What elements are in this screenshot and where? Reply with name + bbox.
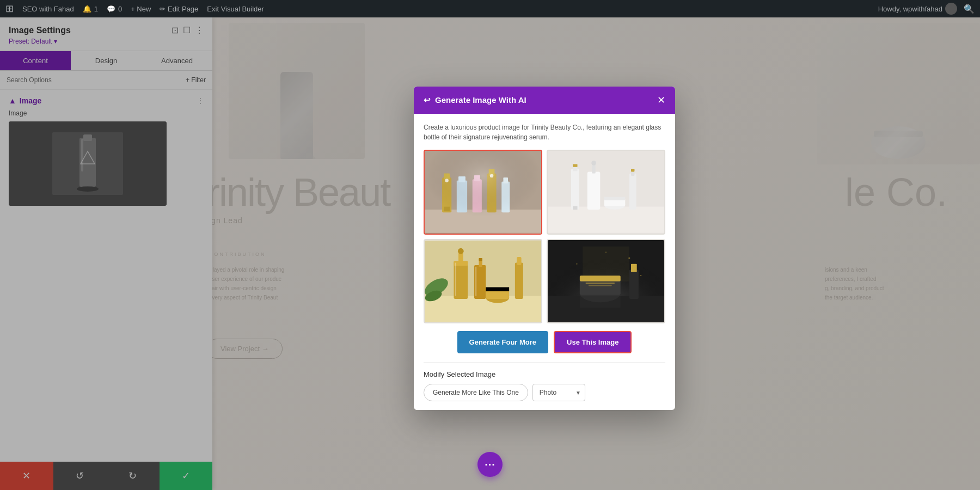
modify-section-label: Modify Selected Image xyxy=(424,370,665,378)
generated-image-2[interactable] xyxy=(547,150,665,235)
svg-rect-37 xyxy=(631,169,634,171)
svg-rect-66 xyxy=(580,296,621,307)
svg-rect-28 xyxy=(587,171,601,210)
svg-point-44 xyxy=(458,248,464,254)
modify-controls: Generate More Like This One Photo Illust… xyxy=(424,384,665,401)
fab-button[interactable]: ··· xyxy=(477,452,503,477)
edit-page-button[interactable]: ✏ Edit Page xyxy=(160,5,198,13)
modal-overlay: ↩ Generate Image With AI ✕ Create a luxu… xyxy=(0,17,980,490)
modal-actions: Generate Four More Use This Image xyxy=(424,331,665,353)
svg-rect-33 xyxy=(604,197,626,200)
new-post-button[interactable]: + New xyxy=(131,5,151,13)
svg-rect-65 xyxy=(631,264,637,272)
svg-rect-62 xyxy=(586,282,615,283)
svg-rect-52 xyxy=(515,262,523,298)
svg-rect-63 xyxy=(589,285,612,286)
comments[interactable]: 💬 0 xyxy=(107,5,122,13)
svg-rect-29 xyxy=(592,164,595,173)
notifications[interactable]: 🔔 1 xyxy=(83,5,98,13)
search-icon[interactable]: 🔍 xyxy=(964,4,975,14)
howdy-greeting: Howdy, wpwithfahad xyxy=(878,3,957,15)
svg-rect-25 xyxy=(571,169,579,210)
avatar-icon xyxy=(945,3,957,15)
admin-bar: ⊞ SEO with Fahad 🔔 1 💬 0 + New ✏ Edit Pa… xyxy=(0,0,980,17)
generate-more-like-button[interactable]: Generate More Like This One xyxy=(424,384,528,401)
svg-rect-51 xyxy=(486,287,509,291)
back-arrow-icon[interactable]: ↩ xyxy=(424,95,431,105)
modal-title-area: ↩ Generate Image With AI xyxy=(424,95,526,105)
svg-rect-67 xyxy=(583,246,629,281)
svg-rect-53 xyxy=(517,256,522,265)
modify-section: Modify Selected Image Generate More Like… xyxy=(424,362,665,401)
modal-header: ↩ Generate Image With AI ✕ xyxy=(414,87,675,114)
svg-point-69 xyxy=(628,257,630,259)
modal-description: Create a luxurious product image for Tri… xyxy=(424,122,665,142)
svg-point-30 xyxy=(591,161,596,166)
fab-icon: ··· xyxy=(485,458,495,471)
svg-rect-39 xyxy=(425,296,541,322)
generated-image-1[interactable] xyxy=(424,150,542,235)
wp-logo-icon[interactable]: ⊞ xyxy=(5,3,14,15)
svg-rect-64 xyxy=(629,270,639,298)
svg-point-68 xyxy=(576,263,577,264)
exit-builder-button[interactable]: Exit Visual Builder xyxy=(207,5,264,13)
svg-point-71 xyxy=(640,275,641,276)
image-grid xyxy=(424,150,665,323)
site-name[interactable]: SEO with Fahad xyxy=(22,5,74,13)
svg-rect-24 xyxy=(548,206,664,232)
use-this-image-button[interactable]: Use This Image xyxy=(554,331,632,353)
bell-icon: 🔔 xyxy=(83,5,91,13)
generated-image-3[interactable] xyxy=(424,239,542,324)
svg-rect-36 xyxy=(573,164,578,167)
comment-icon: 💬 xyxy=(107,5,115,13)
modal-close-button[interactable]: ✕ xyxy=(657,94,665,106)
svg-rect-22 xyxy=(425,151,541,233)
generate-four-more-button[interactable]: Generate Four More xyxy=(457,331,549,353)
svg-rect-48 xyxy=(479,258,482,261)
photo-style-select-wrapper: Photo Illustration Painting Sketch xyxy=(532,384,585,401)
generated-image-4[interactable] xyxy=(547,239,665,324)
photo-style-select[interactable]: Photo Illustration Painting Sketch xyxy=(532,384,585,401)
modal-body: Create a luxurious product image for Tri… xyxy=(414,114,675,410)
svg-rect-27 xyxy=(573,206,578,209)
svg-point-70 xyxy=(605,252,607,253)
modal-title: Generate Image With AI xyxy=(435,95,526,105)
svg-rect-34 xyxy=(629,173,636,209)
generate-image-modal: ↩ Generate Image With AI ✕ Create a luxu… xyxy=(414,87,675,410)
